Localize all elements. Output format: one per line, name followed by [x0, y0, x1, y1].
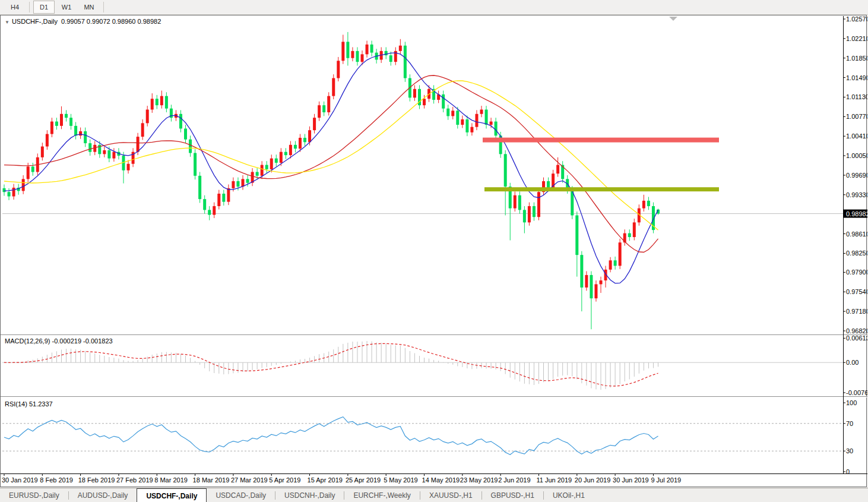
candle-body — [156, 99, 159, 105]
date-tick-label: 30 Jun 2019 — [613, 476, 649, 484]
candle-body — [203, 199, 206, 210]
date-tick-label: 18 Mar 2019 — [193, 476, 230, 484]
price-tick-label: 1.02570 — [846, 15, 867, 23]
candle-body — [475, 114, 478, 127]
candle-body — [332, 78, 335, 96]
chart-canvas[interactable]: 1.025701.022101.018501.014901.011301.007… — [1, 15, 867, 487]
symbol-tab-eurusd-daily[interactable]: EURUSD-,Daily — [0, 488, 68, 502]
candle-body — [451, 110, 454, 116]
candle-body — [294, 145, 297, 149]
candle-body — [289, 145, 292, 155]
symbol-tab-eurchf-weekly[interactable]: EURCHF-,Weekly — [344, 488, 419, 502]
macd-signal-line — [4, 343, 658, 386]
candle-body — [585, 275, 588, 288]
candle-body — [189, 140, 192, 153]
candle-body — [31, 166, 34, 172]
timeframe-button-mn[interactable]: MN — [78, 1, 100, 14]
candle-body — [318, 105, 321, 118]
candle-body — [74, 126, 77, 135]
candle-body — [446, 109, 449, 116]
price-tick-label: 1.00050 — [846, 152, 867, 159]
macd-tick-label: -0.00761 — [846, 389, 867, 396]
symbol-tab-xauusd-h1[interactable]: XAUUSD-,H1 — [420, 488, 481, 502]
price-tick-label: 0.98610 — [846, 231, 867, 238]
rsi-tick-label: 70 — [846, 420, 853, 427]
candle-body — [236, 181, 239, 187]
candle-body — [127, 164, 130, 171]
candle-body — [151, 99, 154, 109]
candle-body — [404, 46, 407, 78]
symbol-tab-audusd-daily[interactable]: AUDUSD-,Daily — [69, 488, 137, 502]
candle-body — [313, 118, 316, 130]
candle-body — [461, 119, 464, 125]
candle-body — [256, 172, 259, 175]
macd-indicator-label: MACD(12,26,9) -0.000219 -0.001823 — [5, 337, 113, 345]
timeframe-button-w1[interactable]: W1 — [56, 1, 77, 14]
price-tick-label: 1.01490 — [846, 74, 867, 81]
candle-body — [609, 260, 612, 270]
candle-body — [22, 179, 25, 191]
resistance-band[interactable] — [483, 138, 719, 143]
date-tick-label: 27 Mar 2019 — [231, 476, 268, 484]
support-band[interactable] — [484, 187, 719, 191]
candle-body — [351, 51, 354, 58]
candle-body — [647, 201, 650, 206]
candle-body — [614, 260, 617, 266]
candle-body — [184, 128, 187, 139]
symbol-tab-usdchf-daily[interactable]: USDCHF-,Daily — [137, 488, 207, 502]
chart-title: ▼USDCHF-,Daily 0.99057 0.99072 0.98960 0… — [5, 18, 161, 25]
candle-body — [537, 192, 540, 217]
candle-body — [628, 233, 631, 237]
date-tick-label: 5 May 2019 — [384, 476, 417, 484]
symbol-tab-usdcad-daily[interactable]: USDCAD-,Daily — [207, 488, 275, 502]
candle-body — [275, 159, 278, 163]
candle-body — [69, 118, 72, 126]
candle-body — [327, 96, 330, 112]
candle-body — [518, 195, 521, 210]
price-tick-label: 0.99690 — [846, 172, 867, 179]
candle-body — [27, 166, 30, 179]
candle-body — [46, 134, 49, 147]
candle-body — [633, 222, 636, 237]
candle-body — [533, 206, 536, 217]
candle-body — [103, 150, 106, 154]
candle-body — [299, 138, 302, 149]
candle-body — [495, 122, 498, 136]
candle-body — [413, 89, 416, 98]
candle-body — [642, 201, 645, 209]
scroll-to-end-marker-icon[interactable] — [669, 17, 677, 21]
rsi-tick-label: 30 — [846, 447, 853, 454]
macd-tick-label: 0.00 — [846, 359, 859, 366]
candle-body — [580, 255, 583, 288]
candle-body — [227, 188, 230, 202]
symbol-tab-ukoil-h1[interactable]: UKOil-,H1 — [544, 488, 594, 502]
candle-body — [284, 152, 287, 155]
candle-body — [208, 210, 211, 214]
candle-body — [590, 275, 593, 298]
timeframe-button-d1[interactable]: D1 — [33, 1, 55, 14]
symbol-tab-gbpusd-h1[interactable]: GBPUSD-,H1 — [482, 488, 543, 502]
date-tick-label: 2 Jun 2019 — [498, 476, 530, 484]
candle-body — [50, 122, 53, 134]
candle-body — [198, 176, 201, 199]
symbol-tab-usdcnh-daily[interactable]: USDCNH-,Daily — [275, 488, 344, 502]
price-tick-label: 0.97180 — [846, 308, 867, 315]
date-tick-label: 11 Jun 2019 — [536, 476, 572, 484]
rsi-indicator-label: RSI(14) 51.2337 — [5, 400, 53, 408]
candle-body — [600, 280, 603, 284]
date-tick-label: 27 Feb 2019 — [116, 476, 153, 484]
candle-body — [470, 127, 473, 132]
candle-body — [341, 42, 344, 61]
date-tick-label: 18 Feb 2019 — [78, 476, 115, 484]
candle-body — [308, 130, 311, 142]
timeframe-button-h4[interactable]: H4 — [4, 1, 26, 14]
date-tick-label: 30 Jan 2019 — [2, 476, 38, 484]
candle-body — [346, 42, 349, 58]
collapse-arrow-icon[interactable]: ▼ — [5, 20, 9, 25]
candle-body — [165, 96, 168, 109]
candle-body — [222, 194, 225, 202]
timeframe-toolbar: H4D1W1MN — [0, 0, 868, 15]
candle-body — [60, 114, 63, 126]
candle-body — [41, 147, 44, 157]
slow-ma-line — [4, 81, 658, 230]
